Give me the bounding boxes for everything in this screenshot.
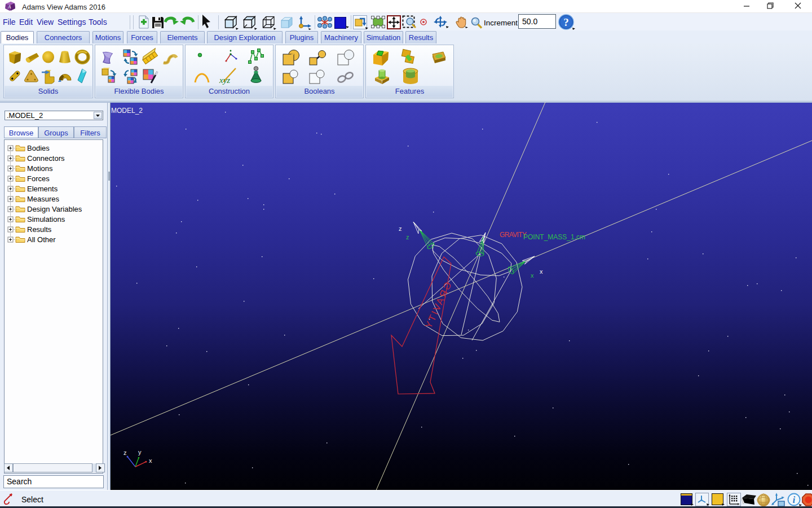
svg-text:Results: Results <box>27 225 52 234</box>
svg-text:Measures: Measures <box>27 195 60 203</box>
svg-text:y: y <box>138 449 142 456</box>
svg-text:Elements: Elements <box>27 185 58 193</box>
svg-text:Connectors: Connectors <box>27 154 65 163</box>
svg-text:?: ? <box>563 16 569 28</box>
svg-text:Bodies: Bodies <box>27 144 50 152</box>
svg-text:z: z <box>399 225 402 232</box>
svg-text:Simulations: Simulations <box>27 215 65 224</box>
svg-text:z: z <box>406 234 409 240</box>
svg-text:i: i <box>793 495 796 505</box>
svg-text:xyz: xyz <box>219 76 230 85</box>
svg-text:All Other: All Other <box>27 235 56 244</box>
svg-text:Design Variables: Design Variables <box>27 205 82 213</box>
svg-text:x: x <box>540 268 543 275</box>
svg-text:x: x <box>531 272 534 279</box>
svg-text:z: z <box>123 449 127 456</box>
svg-text:A: A <box>7 4 11 10</box>
svg-text:Forces: Forces <box>27 174 50 183</box>
svg-text:Motions: Motions <box>27 164 53 173</box>
svg-text:MODEL_2: MODEL_2 <box>111 107 143 115</box>
svg-text:GRAVITY: GRAVITY <box>500 231 527 239</box>
svg-text:x: x <box>149 457 152 464</box>
svg-text:POINT_MASS_1.cm: POINT_MASS_1.cm <box>523 233 585 241</box>
